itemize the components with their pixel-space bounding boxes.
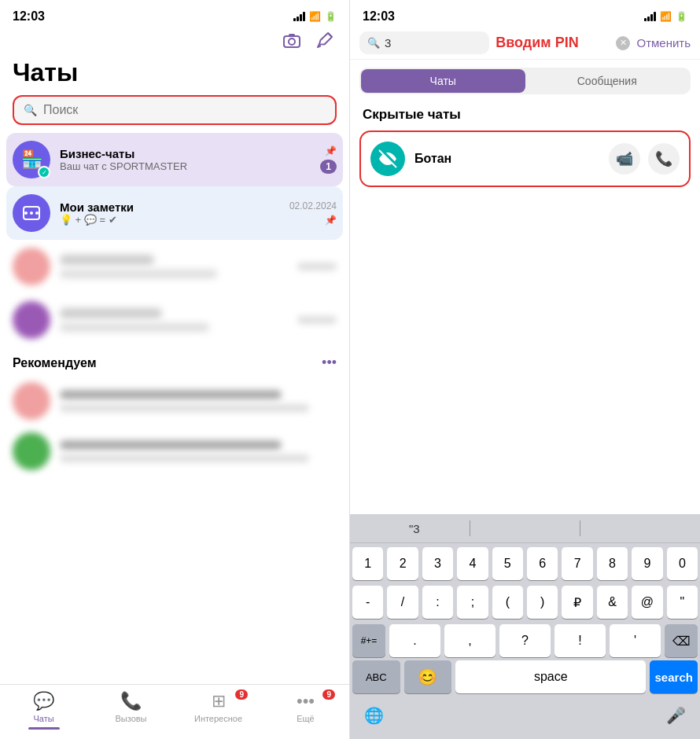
search-icon: 🔍 bbox=[24, 104, 37, 116]
nav-underline bbox=[28, 727, 60, 730]
key-backspace[interactable]: ⌫ bbox=[665, 624, 698, 657]
key-rparen[interactable]: ) bbox=[527, 586, 558, 619]
chat-item-business[interactable]: 🏪 ✓ Бизнес-чаты Ваш чат с SPORTMASTER 📌 … bbox=[6, 133, 343, 186]
nav-item-more[interactable]: 9 ••• Ещё bbox=[262, 691, 349, 723]
key-6[interactable]: 6 bbox=[527, 547, 558, 580]
kb-row-numbers: 1 2 3 4 5 6 7 8 9 0 bbox=[350, 543, 700, 582]
search-bar-right: 🔍 Вводим PIN ✕ Отменить bbox=[350, 27, 700, 60]
key-slash[interactable]: / bbox=[387, 586, 418, 619]
content-spacer bbox=[350, 187, 700, 514]
recommend-list bbox=[0, 376, 349, 476]
kb-row-symbols: - / : ; ( ) ₽ & @ " bbox=[350, 582, 700, 620]
time-right: 12:03 bbox=[363, 9, 395, 24]
avatar-business: 🏪 ✓ bbox=[13, 141, 50, 178]
chat-item-blurred2[interactable] bbox=[0, 293, 349, 347]
key-emoji[interactable]: 😊 bbox=[404, 660, 452, 693]
cancel-button[interactable]: Отменить bbox=[636, 36, 691, 50]
nav-item-interesting[interactable]: 9 ⊞ Интересное bbox=[175, 691, 262, 723]
key-semicolon[interactable]: ; bbox=[457, 586, 488, 619]
key-mic[interactable]: 🎤 bbox=[658, 703, 694, 728]
wifi-icon: 📶 bbox=[309, 11, 321, 22]
pin-icon-notes: 📌 bbox=[325, 215, 337, 226]
key-amp[interactable]: & bbox=[597, 586, 628, 619]
hidden-chat-avatar bbox=[370, 142, 405, 176]
tab-messages[interactable]: Сообщения bbox=[525, 69, 690, 93]
camera-button[interactable] bbox=[280, 28, 304, 52]
search-input-container[interactable]: 🔍 bbox=[359, 31, 489, 54]
recommend-item-2[interactable] bbox=[13, 426, 337, 476]
key-3[interactable]: 3 bbox=[422, 547, 453, 580]
nav-item-calls[interactable]: 📞 Вызовы bbox=[87, 691, 175, 723]
key-1[interactable]: 1 bbox=[352, 547, 383, 580]
blurred-sub2 bbox=[60, 323, 209, 332]
svg-point-5 bbox=[35, 211, 39, 215]
autocomplete-div2 bbox=[580, 520, 580, 536]
key-4[interactable]: 4 bbox=[457, 547, 488, 580]
search-input[interactable] bbox=[43, 103, 326, 117]
video-call-button[interactable]: 📹 bbox=[609, 143, 640, 175]
keyboard: "3 1 2 3 4 5 6 7 8 9 0 - / : ; ( ) ₽ bbox=[350, 514, 700, 739]
wifi-icon-right: 📶 bbox=[660, 11, 672, 22]
key-colon[interactable]: : bbox=[422, 586, 453, 619]
nav-item-chats[interactable]: 💬 Чаты bbox=[0, 691, 87, 723]
bottom-nav: 💬 Чаты 📞 Вызовы 9 ⊞ Интересное 9 ••• Ещё bbox=[0, 684, 349, 739]
chat-meta-notes: 02.02.2024 📌 bbox=[289, 200, 337, 226]
chat-info-blurred2 bbox=[60, 308, 288, 332]
key-question[interactable]: ? bbox=[499, 624, 551, 657]
recommend-item-1[interactable] bbox=[13, 376, 337, 426]
battery-icon: 🔋 bbox=[325, 11, 337, 22]
top-icons bbox=[0, 27, 349, 55]
key-7[interactable]: 7 bbox=[562, 547, 592, 580]
recommend-more[interactable]: ••• bbox=[322, 355, 337, 371]
key-search[interactable]: search bbox=[650, 660, 698, 693]
more-badge: 9 bbox=[322, 689, 335, 700]
blurred-name1 bbox=[60, 255, 154, 265]
svg-point-4 bbox=[30, 211, 33, 215]
chat-item-blurred1[interactable] bbox=[0, 240, 349, 293]
tab-chats[interactable]: Чаты bbox=[361, 69, 525, 93]
key-5[interactable]: 5 bbox=[492, 547, 523, 580]
key-8[interactable]: 8 bbox=[597, 547, 628, 580]
key-at[interactable]: @ bbox=[632, 586, 662, 619]
left-panel: 12:03 📶 🔋 bbox=[0, 0, 350, 739]
key-exclaim[interactable]: ! bbox=[554, 624, 606, 657]
key-apostrophe[interactable]: ' bbox=[610, 624, 661, 657]
blurred-name2 bbox=[60, 308, 162, 318]
rec-sub-1 bbox=[60, 404, 309, 412]
key-lparen[interactable]: ( bbox=[492, 586, 523, 619]
rec-avatar-1 bbox=[13, 382, 50, 420]
key-globe[interactable]: 🌐 bbox=[356, 703, 392, 728]
nav-label-calls: Вызовы bbox=[115, 714, 146, 723]
calls-icon: 📞 bbox=[120, 691, 142, 711]
key-9[interactable]: 9 bbox=[632, 547, 662, 580]
key-period[interactable]: . bbox=[389, 624, 440, 657]
search-box[interactable]: 🔍 bbox=[13, 95, 337, 125]
clear-button[interactable]: ✕ bbox=[616, 36, 630, 50]
key-space[interactable]: space bbox=[455, 660, 646, 693]
compose-button[interactable] bbox=[313, 28, 337, 52]
blurred-time1 bbox=[297, 263, 337, 270]
autocomplete-left[interactable]: "3 bbox=[359, 522, 470, 535]
key-0[interactable]: 0 bbox=[667, 547, 698, 580]
recommend-title: Рекомендуем bbox=[13, 356, 97, 370]
right-panel: 12:03 📶 🔋 🔍 Вводим PIN ✕ Отменить Чаты С… bbox=[350, 0, 700, 739]
chat-item-notes[interactable]: Мои заметки 💡 + 💬 = ✔ 02.02.2024 📌 bbox=[6, 186, 343, 240]
status-bar-left: 12:03 📶 🔋 bbox=[0, 0, 349, 27]
more-icon: ••• bbox=[297, 691, 315, 711]
key-ruble[interactable]: ₽ bbox=[562, 586, 592, 619]
hidden-chat-item[interactable]: Ботан 📹 📞 bbox=[359, 131, 691, 187]
search-field-right[interactable] bbox=[385, 36, 432, 50]
voice-call-button[interactable]: 📞 bbox=[648, 143, 680, 175]
key-quote[interactable]: " bbox=[667, 586, 698, 619]
key-abc[interactable]: ABC bbox=[352, 660, 400, 693]
rec-avatar-2 bbox=[13, 432, 50, 470]
avatar-blurred1 bbox=[13, 248, 50, 285]
svg-rect-2 bbox=[289, 34, 295, 36]
key-comma[interactable]: , bbox=[444, 624, 496, 657]
pin-title: Вводим PIN bbox=[496, 35, 610, 51]
key-dash[interactable]: - bbox=[352, 586, 383, 619]
kb-bottom-row: ABC 😊 space search bbox=[350, 659, 700, 701]
avatar-check: ✓ bbox=[38, 166, 50, 178]
key-2[interactable]: 2 bbox=[387, 547, 418, 580]
key-symbols-toggle[interactable]: #+= bbox=[352, 624, 385, 657]
